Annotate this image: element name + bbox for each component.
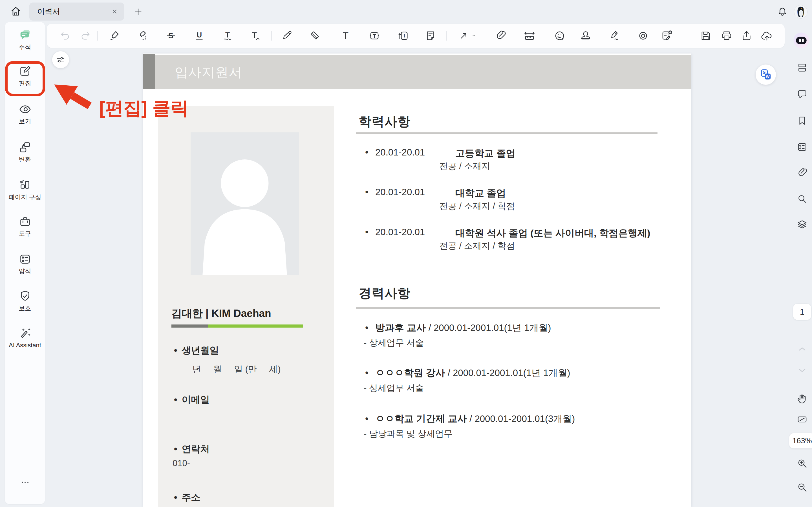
sidebar-item-ai-assistant[interactable]: AI Assistant — [5, 327, 45, 349]
eye-icon — [18, 103, 32, 116]
toolbar-sticker-button[interactable] — [552, 28, 567, 44]
rail-page-down-button[interactable] — [794, 362, 810, 378]
rail-zoom-in-button[interactable] — [794, 455, 810, 471]
measure-icon — [523, 30, 536, 42]
chevron-small-icon — [471, 33, 477, 39]
page-header-darkbar — [143, 54, 155, 89]
sidebar-item-page-compose[interactable]: 페이지 구성 — [5, 179, 45, 201]
ai-robot-icon[interactable] — [793, 32, 810, 49]
rail-divider — [796, 385, 809, 385]
zoom-in-icon — [797, 458, 808, 469]
home-icon[interactable] — [9, 5, 22, 18]
view-settings-button[interactable] — [52, 51, 69, 68]
toolbar-save-button[interactable] — [698, 28, 714, 44]
career-section-title: 경력사항 — [359, 285, 410, 302]
toolbar-group-divider — [629, 31, 629, 41]
education-divider — [356, 132, 658, 134]
attachments-icon — [797, 167, 808, 178]
toolbar-underline-button[interactable]: U — [192, 28, 207, 44]
career-entry: •ㅇㅇㅇ학원 강사 / 2000.01-2001.01(1년 1개월) — [365, 367, 570, 379]
sidebar-item-label: 주석 — [19, 44, 31, 51]
close-icon[interactable] — [110, 7, 119, 16]
toolbar-text-button[interactable]: T — [338, 28, 354, 44]
profile-field-label: •생년월일 — [174, 344, 219, 357]
highlight-area-icon — [137, 30, 149, 42]
rail-bookmark-button[interactable] — [794, 113, 810, 129]
undo-icon — [59, 30, 71, 42]
toolbar-focus-button[interactable] — [635, 28, 651, 44]
photo-placeholder — [191, 132, 299, 275]
toolbar-print-button[interactable] — [719, 28, 734, 44]
toolbar-measure-button[interactable] — [522, 28, 538, 44]
toolbar-insert-text-button[interactable]: T — [248, 28, 263, 44]
top-tab-bar: 이력서 — [0, 0, 812, 24]
person-silhouette-icon — [191, 132, 299, 275]
rail-zoom-out-button[interactable] — [794, 480, 810, 495]
toolbar-stamp-button[interactable] — [578, 28, 594, 44]
career-entry-detail: - 담당과목 및 상세업무 — [364, 428, 453, 440]
education-entry-detail: 전공 / 소재지 / 학점 — [439, 240, 515, 252]
convert-to-word-button[interactable]: W — [756, 64, 776, 85]
toolbar-sticky-note-button[interactable] — [423, 28, 439, 44]
toolbar-callout-button[interactable]: T — [396, 28, 412, 44]
rail-comments-button[interactable] — [794, 87, 810, 102]
rail-layers-button[interactable] — [794, 217, 810, 232]
notification-bell-icon[interactable] — [776, 5, 789, 18]
toolbar-shape-arrow-button[interactable] — [456, 28, 479, 44]
page-number-indicator[interactable]: 1 — [793, 304, 811, 320]
rail-form-fields-button[interactable] — [794, 139, 810, 155]
profile-name: 김대한 | KIM Daehan — [171, 306, 271, 321]
hand-tool-icon — [797, 393, 808, 404]
rail-fit-view-button[interactable] — [794, 411, 810, 427]
toolbar-highlight-area-button[interactable] — [135, 28, 151, 44]
toolbar-pencil-button[interactable] — [280, 28, 296, 44]
rail-thumbnails-button[interactable] — [794, 60, 810, 75]
sidebar-item-tools[interactable]: 도구 — [5, 215, 45, 237]
toolbar-export-button[interactable] — [739, 28, 755, 44]
toolbar-strikethrough-button[interactable]: S — [163, 28, 179, 44]
career-entry-detail: - 상세업무 서술 — [364, 382, 424, 394]
career-entry: •방과후 교사 / 2000.01-2001.01(1년 1개월) — [365, 321, 551, 334]
sidebar-item-label: 보호 — [19, 305, 31, 312]
sidebar-item-edit[interactable]: 편집 — [5, 65, 45, 87]
sidebar-item-convert[interactable]: 변환 — [5, 141, 45, 163]
svg-text:W: W — [766, 74, 770, 79]
rail-page-up-button[interactable] — [794, 341, 810, 357]
toolbar-undo-button[interactable] — [57, 28, 73, 44]
career-entry: •ㅇㅇ학교 기간제 교사 / 2000.01-2001.01(3개월) — [365, 412, 575, 425]
toolbar-redo-button[interactable] — [78, 28, 93, 44]
redo-icon — [80, 30, 91, 42]
shape-arrow-icon — [459, 30, 470, 42]
progress-green-segment — [208, 325, 303, 328]
shield-check-icon — [18, 290, 32, 303]
bookmark-icon — [797, 115, 808, 126]
toolbar-highlighter-button[interactable] — [107, 28, 123, 44]
rail-search-button[interactable] — [794, 191, 810, 207]
sidebar-item-forms[interactable]: 양식 — [5, 252, 45, 275]
toolbar-squiggly-underline-button[interactable]: T — [220, 28, 236, 44]
zoom-level-indicator[interactable]: 163% — [789, 433, 812, 448]
svg-text:T: T — [252, 31, 257, 40]
toolbar-group-divider — [97, 31, 98, 41]
toolbar-signature-button[interactable] — [606, 28, 622, 44]
toolbar-cloud-upload-button[interactable] — [759, 28, 775, 44]
rail-hand-tool-button[interactable] — [794, 391, 810, 407]
sidebar-item-protect[interactable]: 보호 — [5, 290, 45, 312]
rail-attachments-button[interactable] — [794, 165, 810, 180]
toolbar-new-note-button[interactable] — [659, 28, 675, 44]
magic-wand-icon — [18, 327, 32, 340]
svg-text:T: T — [373, 33, 376, 39]
career-divider — [356, 307, 660, 309]
toolbar-attachment-button[interactable] — [493, 28, 509, 44]
svg-text:T: T — [403, 33, 406, 39]
new-tab-button[interactable] — [133, 6, 144, 17]
tab-resume[interactable]: 이력서 — [29, 3, 124, 20]
user-avatar[interactable] — [794, 5, 807, 18]
toolbar-text-box-button[interactable]: T — [366, 28, 382, 44]
sidebar-item-comment[interactable]: 주석 — [5, 29, 45, 51]
print-icon — [721, 30, 732, 42]
sidebar-more-button[interactable] — [17, 476, 33, 488]
toolbar-eraser-button[interactable] — [307, 28, 323, 44]
sidebar-item-view[interactable]: 보기 — [5, 103, 45, 125]
page-down-icon — [797, 365, 808, 376]
